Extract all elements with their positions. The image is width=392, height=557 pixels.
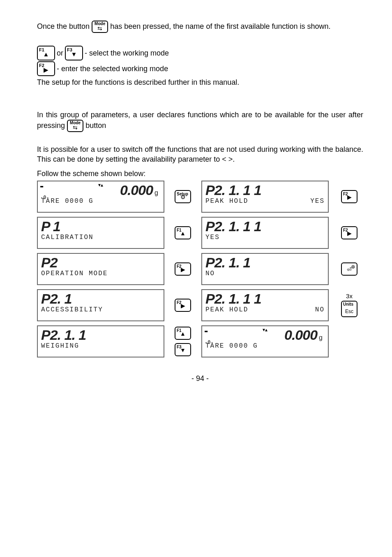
intro-para: Once the button Mode ⇆ has been pressed,…	[37, 21, 363, 33]
lcd-p2111-yes2: P2. 1. 1 1 YES	[201, 217, 329, 249]
lcd-p211-wei: P2. 1. 1 WEIGHING	[37, 325, 164, 357]
setup-note: The setup for the functions is described…	[37, 78, 363, 87]
f2-key-icon-r1: F2 ▶	[341, 190, 357, 203]
lcd-zero-end: ▼▲ ▬ -0- 0.000g TARE 0000 G	[201, 325, 329, 357]
or-text: or	[57, 49, 63, 58]
key-enter: ◎ ⏎	[333, 262, 366, 276]
f1-key-icon-2: F1 ▲	[175, 226, 191, 239]
times-3x: 3x	[333, 292, 366, 300]
lcd-p2111-yes: P2. 1. 1 1 PEAK HOLD YES	[201, 181, 329, 213]
enter-mode-text: - enter the selected working mode	[57, 64, 168, 74]
scheme-grid: ▼▲ ▬ -0- 0.000g TARE 0000 G Setup ⚙ P2. …	[37, 181, 363, 357]
mode-button-icon-2: Mode ⇆	[67, 120, 83, 132]
switchoff-para: It is possible for a user to switch off …	[37, 145, 363, 164]
key-f2-l4: F2 ▶	[168, 298, 197, 313]
intro-text-a: Once the button	[37, 22, 92, 30]
key-f2-l3: F2 ▶	[168, 262, 197, 276]
key-f1: F1 ▲	[168, 225, 197, 240]
lcd-p2111-no: P2. 1. 1 1 PEAK HOLD NO	[201, 289, 329, 321]
page-number: - 94 -	[37, 374, 363, 383]
lcd-p21: P2. 1 ACCESSIBILITY	[37, 289, 164, 321]
setup-key-icon: Setup ⚙	[175, 190, 191, 203]
f1-key-icon-stack: F1 ▲	[175, 327, 191, 340]
units-esc-key-icon: Units Esc	[341, 301, 357, 317]
f2-key-icon-l4: F2 ▶	[175, 299, 191, 312]
f1-key-icon: F1 ▲	[37, 46, 55, 60]
f3-key-icon-stack: F3 ▼	[175, 343, 191, 356]
f2-key-icon: F2 ▶	[37, 61, 55, 76]
enter-key-icon: ◎ ⏎	[341, 262, 357, 276]
key-setup: Setup ⚙	[168, 189, 197, 204]
f2-key-icon-r2: F2 ▶	[341, 226, 357, 239]
enter-mode-line: F2 ▶ - enter the selected working mode	[37, 61, 363, 76]
key-f2-r2: F2 ▶	[333, 225, 366, 240]
select-mode-text: - select the working mode	[85, 49, 169, 58]
key-f1-f3-stack: F1 ▲ F3 ▼	[168, 326, 197, 357]
group-intro: In this group of parameters, a user decl…	[37, 110, 363, 132]
f2-key-icon-l3: F2 ▶	[175, 262, 191, 276]
lcd-p1: P 1 CALIBRATION	[37, 217, 164, 249]
mode-button-icon: Mode ⇆	[92, 21, 108, 33]
key-f2-r1: F2 ▶	[333, 189, 366, 204]
scheme-title: Follow the scheme shown below:	[37, 169, 363, 179]
select-mode-line: F1 ▲ or F3 ▼ - select the working mode	[37, 46, 363, 60]
group-intro-2: button	[85, 121, 106, 130]
lcd-p2: P2 OPERATION MODE	[37, 253, 164, 285]
lcd-zero: ▼▲ ▬ -0- 0.000g TARE 0000 G	[37, 181, 164, 213]
f3-key-icon: F3 ▼	[65, 46, 83, 60]
key-units-esc: 3x Units Esc	[333, 292, 366, 318]
intro-text-b: has been pressed, the name of the first …	[110, 22, 330, 30]
lcd-p211-no: P2. 1. 1 NO	[201, 253, 329, 285]
